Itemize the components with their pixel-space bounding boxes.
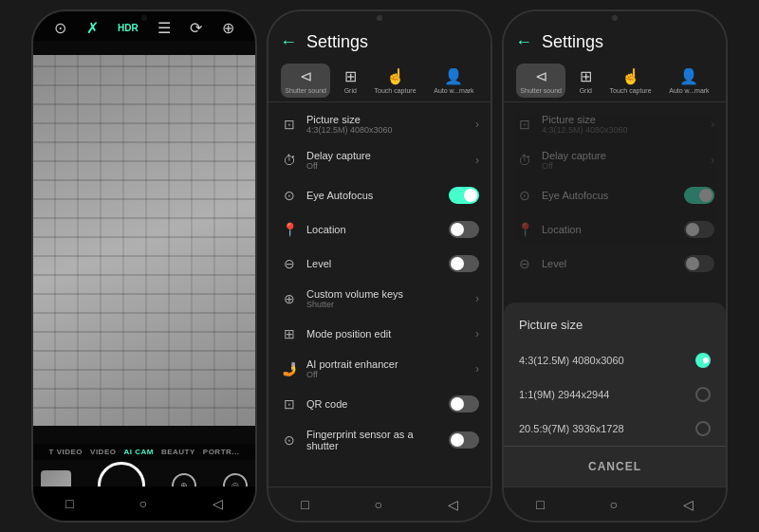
dialog-nav-home[interactable]: □ [536,497,544,512]
mode-pos-arrow: › [475,327,479,340]
dialog-option-1-text: 4:3(12.5M) 4080x3060 [519,355,684,366]
settings-mode-position[interactable]: ⊞ Mode position edit › [268,317,491,351]
settings-fingerprint[interactable]: ⊙ Fingerprint sensor as a shutter [268,421,491,459]
mode-ai-cam[interactable]: AI CAM [123,448,153,456]
settings-eye-autofocus[interactable]: ⊙ Eye Autofocus [268,178,491,212]
camera-viewfinder [33,55,255,426]
dialog-option-2-text: 1:1(9M) 2944x2944 [519,389,684,400]
dialog-bg-level-icon: ⊖ [515,254,534,273]
hdr-icon[interactable]: HDR [118,23,139,33]
tab-touch-capture[interactable]: ☝ Touch capture [371,64,420,98]
dialog-bg-delay-content: Delay capture Off [542,150,703,171]
dialog-settings-title: Settings [542,32,603,52]
dialog-tab-touch[interactable]: ☝ Touch capture [606,64,656,98]
tab-watermark[interactable]: 👤 Auto w...mark [430,64,477,98]
dialog-option-2[interactable]: 1:1(9M) 2944x2944 [504,377,726,412]
settings-back-button[interactable]: ← [280,32,297,52]
dialog-title: Picture size [504,314,726,343]
dialog-bg-delay-label: Delay capture [542,150,703,161]
dialog-nav-recents[interactable]: ◁ [683,497,694,512]
dialog-bg-loc-icon: 📍 [515,220,534,239]
settings-location[interactable]: 📍 Location [268,212,491,247]
level-toggle[interactable] [449,255,479,272]
delay-arrow: › [475,154,479,167]
tab-shutter-label: Shutter sound [285,87,326,94]
settings-ai-portrait[interactable]: 🤳 AI portrait enhancer Off › [268,351,491,387]
settings-nav-recents[interactable]: ◁ [448,497,458,512]
dialog-bg-ps-icon: ⊡ [515,115,534,134]
volume-content: Custom volume keys Shutter [306,288,468,309]
tab-touch-label: Touch capture [375,87,417,94]
cancel-button[interactable]: CANCEL [504,446,726,486]
dialog-tab-grid[interactable]: ⊞ Grid [576,64,596,98]
dialog-back-button[interactable]: ← [515,32,532,52]
radio-option-1[interactable]: ● [695,353,711,368]
level-toggle-knob [451,257,464,270]
volume-icon: ⊕ [280,289,299,308]
delay-icon: ⏱ [280,151,299,170]
radio-option-2[interactable] [695,387,711,402]
ratio-icon[interactable]: ☰ [157,19,171,37]
eye-autofocus-toggle[interactable] [449,187,479,204]
dialog-bg-eye: ⊙ Eye Autofocus [504,178,726,212]
level-label: Level [306,258,441,269]
settings-qr-code[interactable]: ⊡ QR code [268,387,491,421]
eye-toggle-knob [464,189,477,202]
qr-toggle[interactable] [449,395,479,413]
dialog-bg-delay-sub: Off [542,161,703,171]
flip-icon[interactable]: ⟳ [190,19,202,37]
settings-title: Settings [306,32,368,52]
dialog-bg-delay-icon: ⏱ [515,151,534,170]
nav-recents[interactable]: ◁ [213,496,223,511]
tab-shutter-sound[interactable]: ⊲ Shutter sound [281,64,330,98]
settings-picture-size[interactable]: ⊡ Picture size 4:3(12.5M) 4080x3060 › [268,106,491,142]
dialog-touch-icon: ☝ [621,67,640,85]
mode-beauty[interactable]: BEAUTY [161,448,195,456]
nav-back[interactable]: ○ [139,496,147,511]
settings-nav-back[interactable]: ○ [375,497,382,512]
radio-option-3[interactable] [695,421,711,436]
dialog-option-3[interactable]: 20.5:9(7M) 3936x1728 [504,412,726,446]
dialog-nav-back[interactable]: ○ [610,497,618,512]
settings-volume-keys[interactable]: ⊕ Custom volume keys Shutter › [268,281,491,317]
volume-label: Custom volume keys [306,288,468,300]
dialog-bg-eye-content: Eye Autofocus [542,190,676,201]
settings-nav-bar: □ ○ ◁ [268,486,491,521]
delay-label: Delay capture [306,150,468,161]
mode-portrait[interactable]: PORTR... [203,448,240,456]
level-content: Level [306,258,441,269]
dialog-option-1[interactable]: 4:3(12.5M) 4080x3060 ● [504,343,726,377]
dialog-option-3-text: 20.5:9(7M) 3936x1728 [519,423,684,434]
dialog-watermark-icon: 👤 [679,67,698,85]
dialog-bg-loc-content: Location [542,224,676,235]
tab-grid[interactable]: ⊞ Grid [341,64,361,98]
delay-content: Delay capture Off [306,150,468,171]
mode-video[interactable]: VIDEO [90,448,116,456]
camera-top-bar: ⊙ ✗ HDR ☰ ⟳ ⊕ [33,11,255,41]
nav-home[interactable]: □ [65,496,73,511]
shutter-sound-icon: ⊲ [300,67,312,85]
dialog-tab-shutter[interactable]: ⊲ Shutter sound [516,64,565,98]
settings-icon[interactable]: ⊙ [54,19,66,37]
picture-size-dialog: Picture size 4:3(12.5M) 4080x3060 ● 1:1(… [504,303,726,486]
dialog-shutter-label: Shutter sound [520,87,562,94]
picture-size-icon: ⊡ [280,115,299,134]
dialog-bg-loc-toggle [684,221,714,238]
volume-arrow: › [475,292,479,305]
phone-camera: ⊙ ✗ HDR ☰ ⟳ ⊕ T VIDEO VIDEO AI CAM BEAUT… [31,9,257,523]
ai-portrait-label: AI portrait enhancer [306,358,468,370]
location-content: Location [306,224,441,235]
eye-icon: ⊙ [280,186,299,205]
settings-nav-home[interactable]: □ [301,497,308,512]
settings-level[interactable]: ⊖ Level [268,247,491,281]
dialog-tab-watermark[interactable]: 👤 Auto w...mark [665,64,713,98]
settings-delay-capture[interactable]: ⏱ Delay capture Off › [268,142,491,178]
fingerprint-toggle[interactable] [449,431,479,449]
dialog-bg-eye-label: Eye Autofocus [542,190,676,201]
more-icon[interactable]: ⊕ [222,19,234,37]
mode-t-video[interactable]: T VIDEO [49,448,83,456]
fingerprint-icon: ⊙ [280,431,299,449]
qr-icon: ⊡ [280,394,299,413]
location-toggle[interactable] [449,221,479,238]
flash-icon[interactable]: ✗ [86,19,99,37]
